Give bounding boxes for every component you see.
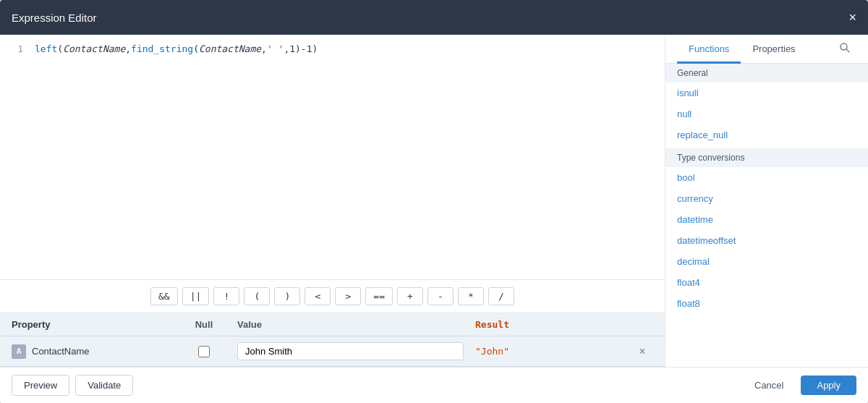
op-minus-button[interactable]: - — [427, 287, 454, 305]
left-panel: 1 left(ContactName,find_string(ContactNa… — [0, 35, 665, 367]
property-cell: A ContactName — [12, 344, 171, 359]
header-result: Result — [475, 319, 620, 330]
fn-item-currency[interactable]: currency — [665, 188, 868, 209]
footer-left: Preview Validate — [12, 375, 133, 396]
str-space: ' ' — [267, 43, 284, 54]
null-checkbox[interactable] — [198, 346, 210, 357]
close-button[interactable]: × — [848, 11, 856, 24]
close-cell: × — [631, 345, 653, 358]
apply-button[interactable]: Apply — [801, 376, 856, 395]
op-open-paren-button[interactable]: ( — [244, 287, 270, 305]
op-lt-button[interactable]: < — [305, 287, 331, 305]
op-or-button[interactable]: || — [182, 287, 210, 305]
op-multiply-button[interactable]: * — [458, 287, 484, 305]
header-property: Property — [12, 319, 171, 330]
functions-list: General isnull null replace_null Type co… — [665, 64, 868, 367]
code-line-1: 1 left(ContactName,find_string(ContactNa… — [12, 43, 653, 54]
fn-item-float8[interactable]: float8 — [665, 293, 868, 314]
fn-item-decimal[interactable]: decimal — [665, 251, 868, 272]
line-number: 1 — [12, 43, 23, 54]
null-cell — [182, 346, 226, 357]
op-divide-button[interactable]: / — [488, 287, 514, 305]
cancel-button[interactable]: Cancel — [743, 376, 795, 395]
value-input[interactable] — [237, 342, 464, 360]
op-eq-button[interactable]: == — [365, 287, 393, 305]
right-panel: Functions Properties General isnull null… — [665, 35, 868, 367]
fn-item-datetime[interactable]: datetime — [665, 209, 868, 230]
property-name: ContactName — [32, 346, 89, 357]
fn-item-datetimeoffset[interactable]: datetimeoffset — [665, 230, 868, 251]
code-editor[interactable]: 1 left(ContactName,find_string(ContactNa… — [0, 35, 665, 280]
header-null: Null — [182, 319, 226, 330]
test-panel-header: Property Null Value Result — [0, 313, 665, 336]
fn-findstring: find_string — [131, 43, 193, 54]
search-icon — [839, 42, 851, 54]
main-area: 1 left(ContactName,find_string(ContactNa… — [0, 35, 868, 367]
footer-right: Cancel Apply — [743, 376, 856, 395]
op-close-paren-button[interactable]: ) — [274, 287, 300, 305]
group-label-type-conversions: Type conversions — [665, 148, 868, 167]
op-gt-button[interactable]: > — [335, 287, 361, 305]
param-contactname1: ContactName — [63, 43, 125, 54]
property-type-icon: A — [12, 344, 26, 359]
row-close-button[interactable]: × — [639, 345, 645, 358]
preview-button[interactable]: Preview — [12, 375, 69, 396]
fn-item-float4[interactable]: float4 — [665, 272, 868, 293]
header-value: Value — [237, 319, 464, 330]
tab-functions[interactable]: Functions — [677, 35, 741, 64]
test-panel: Property Null Value Result A ContactName — [0, 313, 665, 367]
svg-line-1 — [846, 49, 849, 52]
validate-button[interactable]: Validate — [75, 375, 133, 396]
op-and-button[interactable]: && — [150, 287, 178, 305]
group-label-general: General — [665, 64, 868, 82]
fn-left: left — [35, 43, 57, 54]
fn-item-replace-null[interactable]: replace_null — [665, 124, 868, 145]
operator-bar: &&||!()<>==+-*/ — [0, 280, 665, 313]
fn-item-bool[interactable]: bool — [665, 167, 868, 188]
code-content: left(ContactName,find_string(ContactName… — [35, 43, 318, 54]
title-bar: Expression Editor × — [0, 0, 868, 35]
dialog-title: Expression Editor — [12, 12, 97, 24]
footer: Preview Validate Cancel Apply — [0, 367, 868, 403]
fn-item-null[interactable]: null — [665, 103, 868, 124]
tabs-container: Functions Properties — [677, 35, 807, 63]
expression-editor-dialog: Expression Editor × 1 left(ContactName,f… — [0, 0, 868, 403]
tab-properties[interactable]: Properties — [741, 35, 807, 64]
result-cell: "John" — [475, 346, 620, 357]
op-plus-button[interactable]: + — [397, 287, 423, 305]
right-panel-tabs: Functions Properties — [665, 35, 868, 64]
value-cell — [237, 342, 464, 360]
fn-item-isnull[interactable]: isnull — [665, 82, 868, 103]
op-not-button[interactable]: ! — [213, 287, 239, 305]
table-row: A ContactName "John" × — [0, 336, 665, 367]
search-button[interactable] — [833, 36, 856, 62]
param-contactname2: ContactName — [199, 43, 261, 54]
